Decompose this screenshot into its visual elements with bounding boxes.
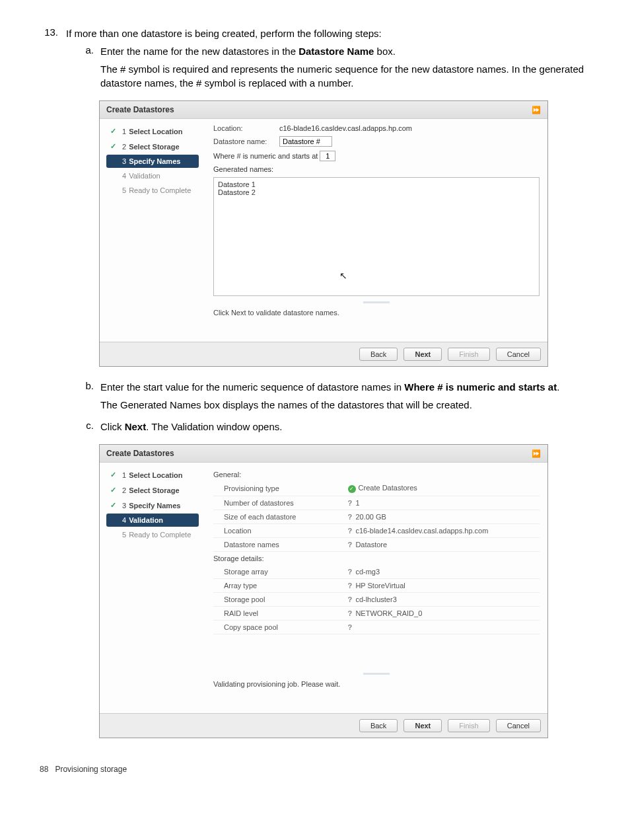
check-icon: ✓ — [110, 142, 118, 151]
next-button[interactable]: Next — [403, 348, 442, 361]
create-datastores-dialog: Create Datastores ⏩ ✓1Select Location ✓2… — [99, 100, 548, 367]
dialog-title: Create Datastores — [106, 449, 174, 458]
substep-text: . — [557, 381, 559, 393]
substep-text: Enter the name for the new datastores in… — [100, 46, 298, 57]
question-icon: ? — [348, 527, 353, 535]
finish-button: Finish — [448, 348, 489, 361]
wizard-step: Ready to Complete — [129, 531, 191, 539]
cancel-button[interactable]: Cancel — [496, 348, 541, 361]
val-label: Datastore names — [213, 538, 344, 552]
hint-text: Click Next to validate datastore names. — [213, 306, 540, 336]
splitter-handle[interactable] — [363, 673, 390, 675]
check-icon: ✓ — [110, 127, 118, 135]
wizard-step[interactable]: Select Storage — [129, 486, 179, 494]
generated-name-item: Datastore 1 — [218, 180, 535, 188]
cursor-icon: ↖ — [339, 270, 347, 281]
wizard-step[interactable]: Select Location — [129, 471, 182, 479]
val-label: RAID level — [213, 607, 344, 621]
wizard-step[interactable]: Specify Names — [129, 502, 180, 510]
val-label: Location — [213, 524, 344, 538]
substep-text: box. — [374, 46, 396, 57]
step-number: 13. — [40, 26, 66, 40]
val-value: NETWORK_RAID_0 — [355, 609, 422, 617]
page-number: 88 — [40, 765, 48, 774]
val-label: Provisioning type — [213, 481, 344, 496]
val-label: Number of datastores — [213, 496, 344, 510]
val-value: c16-blade14.casldev.casl.adapps.hp.com — [355, 527, 488, 535]
collapse-icon[interactable]: ⏩ — [532, 449, 541, 458]
wizard-step[interactable]: Specify Names — [129, 157, 180, 165]
collapse-icon[interactable]: ⏩ — [532, 106, 541, 114]
where-label: Where # is numeric and starts at — [213, 152, 318, 160]
substep-text: . The Validation window opens. — [146, 421, 282, 432]
wizard-step[interactable]: Select Location — [129, 128, 182, 135]
category-label: Storage details: — [213, 552, 540, 565]
wizard-step[interactable]: Select Storage — [129, 143, 179, 151]
check-icon: ✓ — [110, 486, 118, 494]
wizard-step: Validation — [129, 172, 160, 180]
question-icon: ? — [348, 595, 353, 603]
substep-letter: b. — [85, 380, 100, 416]
check-icon: ✓ — [110, 471, 118, 479]
check-icon: ✓ — [110, 501, 118, 510]
question-icon: ? — [348, 623, 353, 631]
splitter-handle[interactable] — [363, 301, 390, 303]
substep-text: The # symbol is required and represents … — [100, 62, 590, 90]
val-label: Storage array — [213, 565, 344, 579]
location-value: c16-blade16.casldev.casl.adapps.hp.com — [279, 124, 412, 132]
generated-name-item: Datastore 2 — [218, 188, 535, 196]
validation-table: Storage array? cd-mg3 Array type? HP Sto… — [213, 565, 540, 634]
val-value: cd-lhcluster3 — [355, 595, 396, 603]
dsname-label: Datastore name: — [213, 137, 279, 145]
substep-letter: c. — [85, 420, 100, 438]
hint-text: Validating provisioning job. Please wait… — [213, 677, 540, 708]
cancel-button[interactable]: Cancel — [496, 719, 541, 732]
datastore-name-label: Datastore Name — [298, 46, 374, 57]
where-emph: Where # is numeric and starts at — [404, 381, 557, 393]
question-icon: ? — [348, 541, 353, 549]
generated-names-label: Generated names: — [213, 165, 540, 173]
start-number-input[interactable] — [320, 151, 335, 161]
wizard-sidebar: ✓1Select Location ✓2Select Storage 3Spec… — [100, 119, 205, 342]
wizard-sidebar: ✓1Select Location ✓2Select Storage ✓3Spe… — [100, 463, 205, 713]
finish-button: Finish — [448, 719, 489, 732]
wizard-step: Ready to Complete — [129, 186, 191, 194]
location-label: Location: — [213, 124, 279, 132]
datastore-name-input[interactable] — [279, 136, 332, 147]
step-text: If more than one datastore is being crea… — [66, 26, 590, 40]
wizard-step[interactable]: Validation — [129, 516, 163, 524]
create-datastores-dialog-validation: Create Datastores ⏩ ✓1Select Location ✓2… — [99, 444, 548, 738]
next-emph: Next — [125, 421, 147, 432]
substep-letter: a. — [85, 44, 100, 94]
question-icon: ? — [348, 499, 353, 507]
dialog-title: Create Datastores — [106, 105, 174, 114]
val-label: Array type — [213, 579, 344, 593]
validation-table: Provisioning type✓Create Datastores Numb… — [213, 481, 540, 552]
val-label: Size of each datastore — [213, 510, 344, 524]
val-value: HP StoreVirtual — [355, 582, 405, 590]
question-icon: ? — [348, 582, 353, 590]
next-button[interactable]: Next — [403, 719, 442, 732]
question-icon: ? — [348, 609, 353, 617]
val-value: cd-mg3 — [355, 568, 380, 576]
ok-icon: ✓ — [348, 485, 356, 493]
question-icon: ? — [348, 513, 353, 521]
val-value: 20.00 GB — [355, 513, 386, 521]
val-label: Storage pool — [213, 593, 344, 607]
substep-text: Click — [100, 421, 125, 432]
back-button[interactable]: Back — [359, 719, 398, 732]
val-value: 1 — [355, 499, 359, 507]
val-value: Create Datastores — [359, 484, 417, 492]
category-label: General: — [213, 468, 540, 481]
substep-text: The Generated Names box displays the nam… — [100, 398, 590, 412]
back-button[interactable]: Back — [359, 348, 398, 361]
val-label: Copy space pool — [213, 621, 344, 634]
section-title: Provisioning storage — [55, 765, 127, 774]
question-icon: ? — [348, 568, 353, 576]
substep-text: Enter the start value for the numeric se… — [100, 381, 404, 393]
val-value: Datastore — [355, 541, 387, 549]
generated-names-box: Datastore 1 Datastore 2 ↖ — [213, 177, 540, 296]
